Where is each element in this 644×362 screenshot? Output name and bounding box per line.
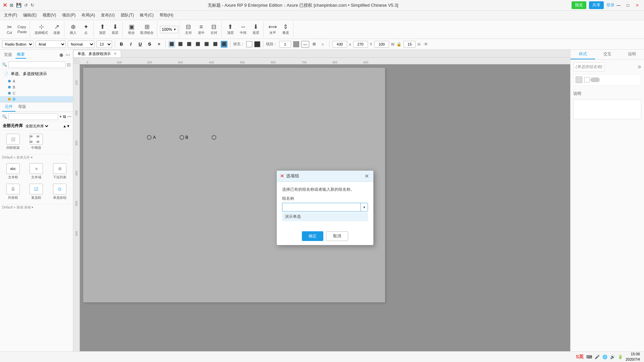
- pages-tab[interactable]: 页面: [3, 51, 13, 58]
- fill-color-box[interactable]: [246, 41, 252, 47]
- close-doc-icon[interactable]: ⊠: [10, 3, 13, 8]
- stroke-color-box[interactable]: [293, 41, 299, 47]
- add-page-icon[interactable]: ⊕: [59, 52, 63, 58]
- minimize-button[interactable]: —: [614, 2, 623, 9]
- widget-radio[interactable]: ⊙ 单选按钮: [49, 182, 71, 201]
- group-button[interactable]: ▣ 组合: [125, 23, 138, 36]
- pages-filter-icon[interactable]: ⊟: [67, 62, 71, 67]
- sougou-icon[interactable]: S英: [576, 354, 584, 360]
- align-center-button[interactable]: ≡ 居中: [195, 23, 207, 36]
- strikethrough-button[interactable]: S: [146, 41, 153, 48]
- outline-tab[interactable]: 概要: [15, 51, 26, 59]
- fill-color-box2[interactable]: [254, 41, 260, 47]
- undo-icon[interactable]: ↺: [24, 3, 28, 8]
- selection-mode-button[interactable]: ⊹ 选择模式: [33, 23, 50, 36]
- menu-team[interactable]: 团队(T): [118, 11, 137, 19]
- style-tab[interactable]: 样式: [571, 50, 595, 59]
- page-item-a[interactable]: A: [0, 78, 73, 84]
- save-icon[interactable]: 💾: [16, 3, 21, 8]
- page-item-b[interactable]: B: [0, 84, 73, 90]
- dialog-cancel-button[interactable]: 取消: [326, 231, 348, 241]
- tab-close-icon[interactable]: ✕: [114, 52, 117, 56]
- widget-repeater[interactable]: 中继器: [25, 132, 48, 152]
- text-align-justify-button[interactable]: ⬛: [195, 41, 201, 48]
- maximize-button[interactable]: □: [624, 2, 632, 9]
- preview-button[interactable]: 预览: [572, 1, 586, 9]
- dialog-close-button[interactable]: ✕: [363, 173, 370, 179]
- style-checkbox[interactable]: [584, 77, 590, 82]
- widget-type-select[interactable]: Radio Button: [2, 41, 34, 48]
- elements-copy-icon[interactable]: ⧉: [63, 113, 66, 120]
- zoom-control[interactable]: 100% ▼: [160, 26, 178, 33]
- cut-button[interactable]: ✂ Cut: [3, 23, 15, 35]
- login-label[interactable]: 登录: [606, 2, 614, 8]
- distribute-h-button[interactable]: ⟺ 水平: [266, 23, 279, 36]
- stroke-dash-btn[interactable]: ⊟: [310, 41, 318, 48]
- eye-icon[interactable]: 👁: [424, 42, 428, 47]
- menu-edit[interactable]: 编辑(E): [20, 11, 39, 19]
- h-input[interactable]: [404, 41, 416, 48]
- text-align-right-button[interactable]: ⬛: [186, 41, 193, 48]
- style-fill-box[interactable]: [576, 76, 582, 83]
- pages-more-icon[interactable]: ⋯: [65, 52, 70, 58]
- x-input[interactable]: [332, 41, 347, 48]
- stroke-none-btn[interactable]: ○: [319, 41, 327, 48]
- library-select[interactable]: 全部元件库: [24, 124, 49, 128]
- menu-account[interactable]: 账号(C): [137, 11, 156, 19]
- y-input[interactable]: [353, 41, 368, 48]
- align-bottom-button[interactable]: ⬇ 底层: [250, 23, 262, 36]
- pages-search-input[interactable]: [8, 61, 65, 68]
- menu-project[interactable]: 项目(P): [59, 11, 78, 19]
- widget-listbox[interactable]: ☰ 列表框: [2, 182, 24, 201]
- explain-tab[interactable]: 说明: [620, 50, 644, 59]
- point-button[interactable]: ✦ 点: [80, 23, 92, 36]
- masters-tab[interactable]: 母版: [15, 103, 29, 112]
- menu-publish[interactable]: 发布(U): [98, 11, 117, 19]
- align-right-button[interactable]: ⊟ 右对: [208, 23, 220, 36]
- italic-button[interactable]: I: [127, 41, 135, 48]
- page-item-d[interactable]: D: [0, 96, 73, 102]
- stroke-width-input[interactable]: [279, 41, 291, 48]
- text-align-middle-button[interactable]: ⬛: [212, 41, 219, 48]
- elements-search-input[interactable]: [8, 113, 58, 120]
- share-button[interactable]: 共享: [589, 1, 604, 9]
- underline-button[interactable]: U: [137, 41, 144, 48]
- align-middle-button[interactable]: ↔ 中间: [237, 23, 249, 36]
- dialog-option-demo[interactable]: 演示单选: [282, 212, 368, 221]
- font-select[interactable]: Arial: [36, 41, 66, 48]
- elements-more-icon[interactable]: ⋯: [67, 113, 71, 120]
- close-button[interactable]: ✕: [633, 2, 641, 9]
- widget-textarea[interactable]: ≡ 文本域: [25, 162, 48, 181]
- paste-button[interactable]: Paste: [16, 29, 28, 34]
- page-item-c[interactable]: C: [0, 90, 73, 96]
- align-left-button[interactable]: ⊟ 左对: [182, 23, 195, 36]
- zoom-dropdown-icon[interactable]: ▼: [173, 28, 176, 31]
- text-align-left-button[interactable]: ⬛: [168, 41, 175, 48]
- redo-icon[interactable]: ↻: [31, 3, 34, 8]
- dialog-confirm-button[interactable]: 确定: [302, 231, 323, 241]
- elements-add-icon[interactable]: +: [59, 113, 62, 120]
- menu-layout[interactable]: 布局(A): [79, 11, 98, 19]
- style-toggle[interactable]: [590, 77, 600, 82]
- font-size-select[interactable]: 13: [97, 41, 112, 48]
- text-align-center-button[interactable]: ⬛: [177, 41, 184, 48]
- distribute-v-button[interactable]: ⇕ 垂直: [280, 23, 292, 36]
- widget-dropdown[interactable]: ⊟ 下拉列表: [49, 162, 71, 181]
- ungroup-button[interactable]: ⊞ 取消组合: [138, 23, 156, 36]
- page-item-main[interactable]: 📄 单选、多选按钮演示: [0, 70, 73, 78]
- copy-button[interactable]: Copy: [16, 24, 28, 29]
- text-align-bottom-button[interactable]: ⬛: [221, 41, 227, 48]
- bottom-layer-button[interactable]: ⬇ 底层: [109, 23, 121, 36]
- interaction-tab[interactable]: 交互: [595, 50, 620, 59]
- top-layer-button[interactable]: ⬆ 顶层: [96, 23, 108, 36]
- gear-icon[interactable]: ⚙: [638, 65, 641, 69]
- stroke-solid-btn[interactable]: —: [301, 41, 309, 48]
- explanation-box[interactable]: [573, 99, 641, 119]
- widget-textbox[interactable]: abc 文本框: [2, 162, 24, 181]
- menu-view[interactable]: 视图(V): [40, 11, 59, 19]
- elements-tab[interactable]: 元件: [2, 103, 15, 112]
- w-input[interactable]: [374, 41, 389, 48]
- dialog-group-name-input[interactable]: [282, 203, 361, 212]
- connect-button[interactable]: ↗ 连接: [51, 23, 63, 36]
- font-style-select[interactable]: Normal: [68, 41, 95, 48]
